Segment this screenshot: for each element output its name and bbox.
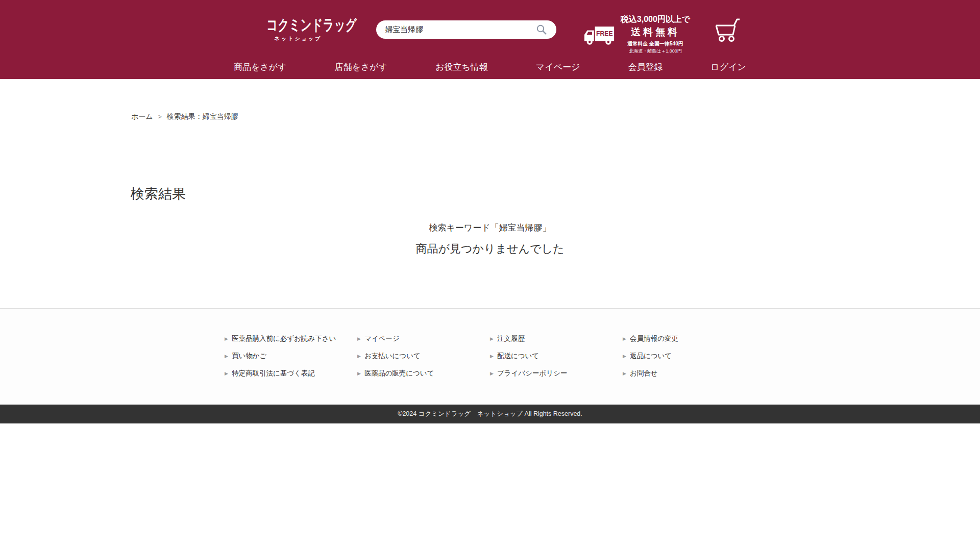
arrow-right-icon: ▶: [490, 371, 494, 376]
svg-text:FREE: FREE: [596, 30, 613, 37]
cart-button[interactable]: [711, 17, 743, 44]
search-input[interactable]: [376, 26, 536, 34]
footer-link-delivery[interactable]: ▶ 配送について: [490, 347, 623, 365]
footer-link-label: 買い物かご: [232, 352, 266, 361]
page: コクミンドラッグ ネットショップ FREE: [0, 0, 980, 551]
footer-link-shopping-cart[interactable]: ▶ 買い物かご: [225, 347, 357, 365]
arrow-right-icon: ▶: [225, 371, 228, 376]
nav-item-login[interactable]: ログイン: [710, 61, 746, 73]
no-results-message: 商品が見つかりませんでした: [0, 241, 980, 257]
breadcrumb-separator: >: [158, 113, 162, 120]
arrow-right-icon: ▶: [490, 337, 494, 341]
free-shipping-banner: FREE 税込3,000円以上で 送料無料 通常料金 全国一律540円 北海道・…: [583, 14, 692, 55]
site-logo[interactable]: コクミンドラッグ ネットショップ: [254, 15, 342, 42]
shipping-remote-fee: 北海道・離島は＋1,000円: [619, 48, 692, 55]
footer-link-label: お問合せ: [630, 369, 658, 378]
footer-link-returns[interactable]: ▶ 返品について: [623, 347, 755, 365]
footer-link-privacy-policy[interactable]: ▶ プライバシーポリシー: [490, 365, 623, 382]
logo-title: コクミンドラッグ: [266, 15, 330, 35]
shipping-free-label: 送料無料: [619, 26, 692, 39]
breadcrumb: ホーム > 検索結果：婦宝当帰膠: [131, 112, 238, 121]
arrow-right-icon: ▶: [357, 371, 361, 376]
arrow-right-icon: ▶: [623, 337, 626, 341]
footer-link-label: 配送について: [497, 352, 539, 361]
footer-link-label: 会員情報の変更: [630, 334, 678, 343]
arrow-right-icon: ▶: [490, 354, 494, 359]
arrow-right-icon: ▶: [225, 354, 228, 359]
breadcrumb-home-link[interactable]: ホーム: [131, 112, 153, 121]
search-box: [376, 20, 556, 39]
footer-link-order-history[interactable]: ▶ 注文履歴: [490, 330, 623, 347]
footer-link-drug-sales[interactable]: ▶ 医薬品の販売について: [357, 365, 490, 382]
shipping-normal-fee: 通常料金 全国一律540円: [619, 40, 692, 47]
search-icon: [536, 24, 547, 35]
arrow-right-icon: ▶: [225, 337, 228, 341]
footer-link-label: 注文履歴: [497, 334, 525, 343]
footer-link-contact[interactable]: ▶ お問合せ: [623, 365, 755, 382]
free-shipping-text: 税込3,000円以上で 送料無料 通常料金 全国一律540円 北海道・離島は＋1…: [619, 14, 692, 55]
nav-item-mypage[interactable]: マイページ: [536, 61, 580, 73]
nav-item-info[interactable]: お役立ち情報: [435, 61, 488, 73]
footer-link-label: お支払いについて: [364, 352, 421, 361]
nav-item-stores[interactable]: 店舗をさがす: [335, 61, 388, 73]
search-button[interactable]: [536, 20, 556, 39]
site-footer: ▶ 医薬品購入前に必ずお読み下さい ▶ 買い物かご ▶ 特定商取引法に基づく表記…: [0, 308, 980, 405]
shipping-threshold: 税込3,000円以上で: [619, 14, 692, 25]
footer-link-label: プライバシーポリシー: [497, 369, 568, 378]
footer-link-label: 医薬品購入前に必ずお読み下さい: [232, 334, 336, 343]
site-header: コクミンドラッグ ネットショップ FREE: [0, 0, 980, 79]
footer-link-label: 医薬品の販売について: [364, 369, 434, 378]
breadcrumb-current: 検索結果：婦宝当帰膠: [167, 112, 238, 121]
cart-icon: [711, 18, 743, 43]
arrow-right-icon: ▶: [623, 354, 626, 359]
arrow-right-icon: ▶: [357, 337, 361, 341]
arrow-right-icon: ▶: [623, 371, 626, 376]
footer-link-mypage[interactable]: ▶ マイページ: [357, 330, 490, 347]
footer-link-label: 返品について: [630, 352, 672, 361]
logo-subtitle: ネットショップ: [254, 35, 342, 42]
copyright-bar: ©2024 コクミンドラッグ ネットショップ All Rights Reserv…: [0, 405, 980, 423]
footer-link-drug-notice[interactable]: ▶ 医薬品購入前に必ずお読み下さい: [225, 330, 357, 347]
nav-item-register[interactable]: 会員登録: [628, 61, 663, 73]
page-title: 検索結果: [131, 185, 186, 203]
free-shipping-truck-icon: FREE: [583, 22, 615, 47]
copyright-text: ©2024 コクミンドラッグ ネットショップ All Rights Reserv…: [398, 410, 582, 418]
search-keyword-line: 検索キーワード「婦宝当帰膠」: [0, 222, 980, 234]
arrow-right-icon: ▶: [357, 354, 361, 359]
footer-link-payment[interactable]: ▶ お支払いについて: [357, 347, 490, 365]
footer-link-label: 特定商取引法に基づく表記: [232, 369, 315, 378]
footer-link-member-info[interactable]: ▶ 会員情報の変更: [623, 330, 755, 347]
main-nav: 商品をさがす 店舗をさがす お役立ち情報 マイページ 会員登録 ログイン: [234, 57, 746, 77]
footer-link-commercial-law[interactable]: ▶ 特定商取引法に基づく表記: [225, 365, 357, 382]
nav-item-products[interactable]: 商品をさがす: [234, 61, 287, 73]
footer-link-label: マイページ: [364, 334, 400, 343]
footer-links: ▶ 医薬品購入前に必ずお読み下さい ▶ 買い物かご ▶ 特定商取引法に基づく表記…: [225, 309, 755, 382]
